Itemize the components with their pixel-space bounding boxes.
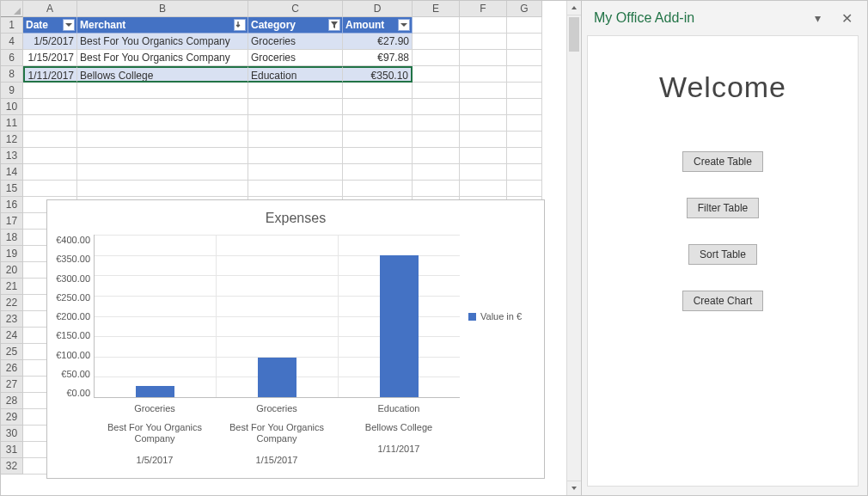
cell-merchant[interactable]: Best For You Organics Company xyxy=(77,34,248,50)
cell-date[interactable]: 1/11/2017 xyxy=(23,66,77,83)
scroll-thumb[interactable] xyxy=(569,17,579,52)
cell[interactable] xyxy=(460,50,507,66)
pane-menu-icon[interactable]: ▾ xyxy=(809,11,826,25)
col-header-E[interactable]: E xyxy=(413,1,460,17)
chart-bar[interactable] xyxy=(380,255,419,397)
create-chart-button[interactable]: Create Chart xyxy=(682,291,764,311)
cell[interactable] xyxy=(343,181,413,197)
cell[interactable] xyxy=(507,132,542,148)
cell[interactable] xyxy=(460,83,507,99)
cell[interactable] xyxy=(248,115,343,132)
cell[interactable] xyxy=(413,34,460,50)
cell[interactable] xyxy=(507,181,542,197)
cell[interactable] xyxy=(413,132,460,148)
cell[interactable] xyxy=(343,132,413,148)
cell-category[interactable]: Groceries xyxy=(248,50,343,66)
embedded-chart[interactable]: Expenses €400.00 €350.00 €300.00 €250.00… xyxy=(46,199,545,479)
row-header[interactable]: 24 xyxy=(1,328,23,344)
row-header[interactable]: 9 xyxy=(1,83,23,99)
cell[interactable] xyxy=(23,164,77,181)
cell[interactable] xyxy=(343,148,413,164)
cell-category[interactable]: Education xyxy=(248,66,343,83)
cell[interactable] xyxy=(460,99,507,115)
row-header[interactable]: 4 xyxy=(1,34,23,50)
cell[interactable] xyxy=(507,83,542,99)
row-header[interactable]: 8 xyxy=(1,66,23,83)
cell[interactable] xyxy=(248,132,343,148)
row-header[interactable]: 25 xyxy=(1,344,23,360)
header-amount[interactable]: Amount xyxy=(343,17,413,34)
cell[interactable] xyxy=(413,148,460,164)
cell-date[interactable]: 1/5/2017 xyxy=(23,34,77,50)
cell[interactable] xyxy=(343,99,413,115)
row-header[interactable]: 12 xyxy=(1,132,23,148)
row-header[interactable]: 28 xyxy=(1,393,23,409)
row-header[interactable]: 15 xyxy=(1,181,23,197)
scroll-up-button[interactable] xyxy=(567,1,581,15)
cell[interactable] xyxy=(460,66,507,83)
cell[interactable] xyxy=(507,115,542,132)
row-header[interactable]: 13 xyxy=(1,148,23,164)
cell[interactable] xyxy=(460,181,507,197)
row-header[interactable]: 10 xyxy=(1,99,23,115)
cell[interactable] xyxy=(460,115,507,132)
cell[interactable] xyxy=(413,50,460,66)
row-header[interactable]: 30 xyxy=(1,426,23,442)
header-category[interactable]: Category xyxy=(248,17,343,34)
row-header[interactable]: 26 xyxy=(1,360,23,377)
row-header[interactable]: 17 xyxy=(1,213,23,230)
cell[interactable] xyxy=(413,181,460,197)
row-header[interactable]: 22 xyxy=(1,295,23,311)
cell[interactable] xyxy=(507,164,542,181)
cell[interactable] xyxy=(77,99,248,115)
cell-merchant[interactable]: Bellows College xyxy=(77,66,248,83)
header-merchant[interactable]: Merchant xyxy=(77,17,248,34)
row-header[interactable]: 1 xyxy=(1,17,23,34)
filter-active-dropdown-icon[interactable] xyxy=(328,19,340,31)
cell[interactable] xyxy=(507,34,542,50)
row-header[interactable]: 11 xyxy=(1,115,23,132)
cell[interactable] xyxy=(460,164,507,181)
cell[interactable] xyxy=(460,148,507,164)
cell[interactable] xyxy=(77,83,248,99)
row-header[interactable]: 6 xyxy=(1,50,23,66)
cell[interactable] xyxy=(460,132,507,148)
cell[interactable] xyxy=(413,17,460,34)
row-header[interactable]: 32 xyxy=(1,458,23,475)
cell[interactable] xyxy=(460,34,507,50)
col-header-D[interactable]: D xyxy=(343,1,413,17)
cell[interactable] xyxy=(507,66,542,83)
cell[interactable] xyxy=(77,148,248,164)
cell[interactable] xyxy=(507,17,542,34)
cell[interactable] xyxy=(77,115,248,132)
cell[interactable] xyxy=(507,99,542,115)
cell-amount[interactable]: €97.88 xyxy=(343,50,413,66)
row-header[interactable]: 21 xyxy=(1,279,23,295)
cell-category[interactable]: Groceries xyxy=(248,34,343,50)
col-header-C[interactable]: C xyxy=(248,1,343,17)
row-header[interactable]: 18 xyxy=(1,230,23,246)
cell-merchant[interactable]: Best For You Organics Company xyxy=(77,50,248,66)
cell-date[interactable]: 1/15/2017 xyxy=(23,50,77,66)
cell-amount[interactable]: €350.10 xyxy=(343,66,413,83)
cell[interactable] xyxy=(343,164,413,181)
select-all-corner[interactable] xyxy=(1,1,23,17)
row-header[interactable]: 14 xyxy=(1,164,23,181)
cell[interactable] xyxy=(77,181,248,197)
cell[interactable] xyxy=(413,115,460,132)
close-icon[interactable]: ✕ xyxy=(838,10,855,27)
cell[interactable] xyxy=(343,83,413,99)
cell[interactable] xyxy=(413,164,460,181)
chart-bar[interactable] xyxy=(258,358,296,397)
row-header[interactable]: 23 xyxy=(1,311,23,328)
cell[interactable] xyxy=(413,99,460,115)
cell[interactable] xyxy=(77,164,248,181)
cell[interactable] xyxy=(507,148,542,164)
chart-bar[interactable] xyxy=(136,386,174,397)
col-header-A[interactable]: A xyxy=(23,1,77,17)
cell[interactable] xyxy=(23,83,77,99)
cell[interactable] xyxy=(343,115,413,132)
cell[interactable] xyxy=(77,132,248,148)
scroll-down-button[interactable] xyxy=(567,481,581,495)
cell[interactable] xyxy=(23,181,77,197)
